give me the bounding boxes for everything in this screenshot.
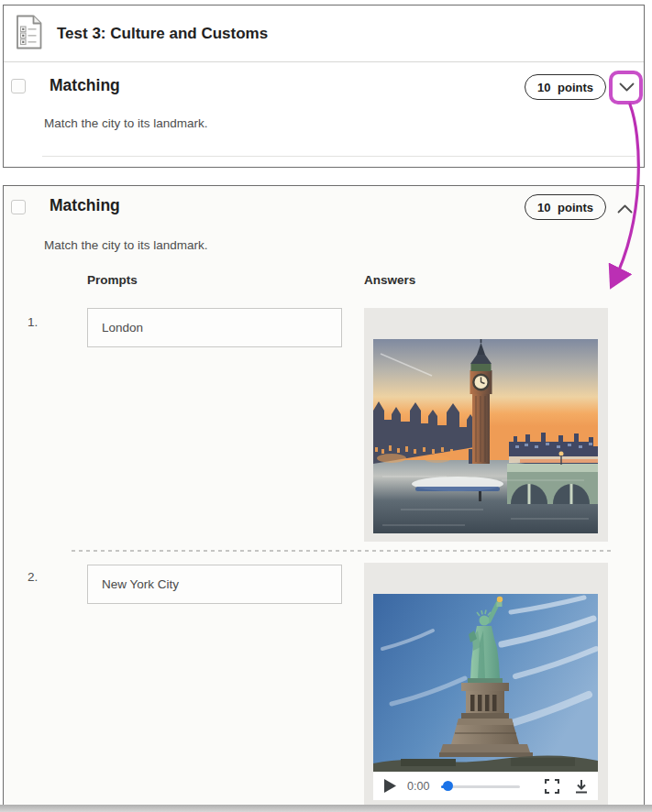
test-header: Test 3: Culture and Customs [4,5,644,62]
row-divider [72,550,614,552]
video-player-controls: 0:00 [373,772,598,800]
answer-panel: 0:00 [364,563,608,806]
question-description: Match the city to its landmark. [44,116,208,130]
statue-of-liberty-video[interactable] [373,594,598,772]
player-right-controls [545,779,589,794]
time-display: 0:00 [407,780,429,793]
question-card-collapsed: Test 3: Culture and Customs Matching 10 … [3,5,645,168]
play-button[interactable] [384,779,396,793]
column-header-answers: Answers [364,273,415,287]
row-number: 1. [28,315,38,329]
seek-slider[interactable] [441,781,520,792]
divider [42,156,635,157]
seek-track [441,785,520,788]
column-header-prompts: Prompts [87,273,138,287]
test-title: Test 3: Culture and Customs [57,25,268,43]
points-badge: 10 points [525,74,606,100]
download-button[interactable] [574,779,589,794]
viewport-cut-edge [0,805,652,812]
collapse-question-button[interactable] [611,195,638,223]
assessment-page: Test 3: Culture and Customs Matching 10 … [0,0,652,812]
chevron-up-icon [617,203,633,216]
fullscreen-button[interactable] [545,779,559,794]
question-checkbox[interactable] [11,200,26,214]
question-card-expanded: Matching 10 points Match the city to its… [3,185,645,805]
test-document-icon [15,15,42,53]
question-checkbox[interactable] [11,79,26,93]
prompt-field-london[interactable]: London [87,308,342,347]
question-description: Match the city to its landmark. [44,238,208,252]
answer-panel [364,308,608,542]
expand-question-button[interactable] [613,74,640,102]
seek-knob[interactable] [443,781,453,791]
points-badge: 10 points [525,194,606,220]
london-landmark-photo [373,339,598,533]
chevron-down-icon [619,82,635,95]
question-title: Matching [50,196,120,215]
question-title: Matching [50,76,120,95]
prompt-field-new-york-city[interactable]: New York City [87,565,342,604]
row-number: 2. [28,570,38,584]
